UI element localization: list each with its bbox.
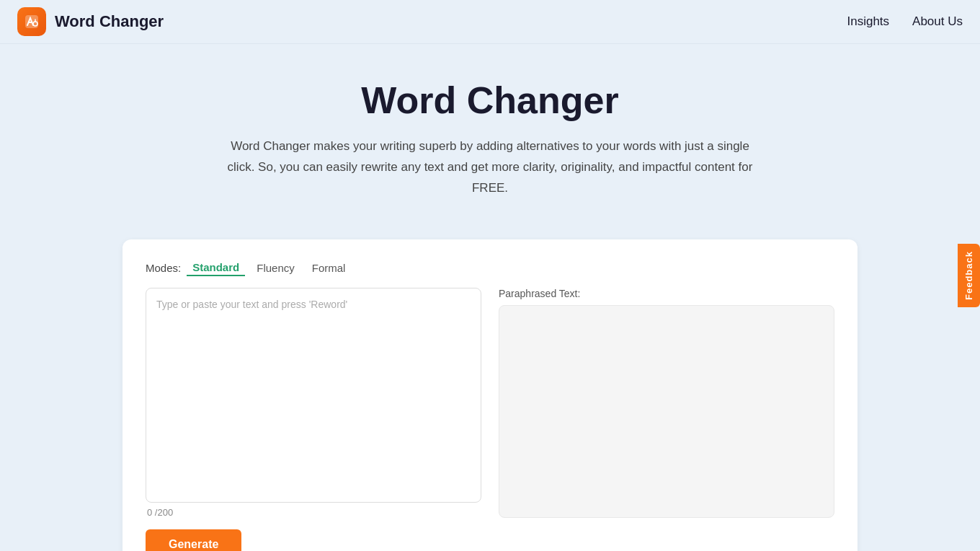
word-count: 0 /200 bbox=[146, 507, 481, 518]
text-areas-row: 0 /200 Paraphrased Text: bbox=[146, 288, 834, 518]
nav-insights[interactable]: Insights bbox=[847, 14, 889, 29]
header-left: Word Changer bbox=[17, 7, 164, 36]
nav-about-us[interactable]: About Us bbox=[912, 14, 963, 29]
feedback-tab[interactable]: Feedback bbox=[958, 244, 980, 307]
logo-icon bbox=[17, 7, 46, 36]
header-nav: Insights About Us bbox=[847, 14, 963, 29]
feedback-tab-wrapper[interactable]: Feedback bbox=[958, 244, 980, 307]
brand-name: Word Changer bbox=[55, 12, 164, 31]
mode-fluency[interactable]: Fluency bbox=[251, 260, 300, 276]
tool-card: Modes: Standard Fluency Formal 0 /200 Pa… bbox=[122, 239, 858, 551]
input-section: 0 /200 bbox=[146, 288, 481, 518]
output-label: Paraphrased Text: bbox=[499, 288, 834, 299]
generate-button[interactable]: Generate bbox=[146, 529, 241, 551]
mode-formal[interactable]: Formal bbox=[306, 260, 352, 276]
hero-title: Word Changer bbox=[14, 79, 966, 122]
hero-section: Word Changer Word Changer makes your wri… bbox=[0, 44, 980, 222]
output-box bbox=[499, 305, 834, 518]
hero-subtitle: Word Changer makes your writing superb b… bbox=[216, 136, 764, 199]
modes-label: Modes: bbox=[146, 262, 181, 274]
output-section: Paraphrased Text: bbox=[499, 288, 834, 518]
mode-standard[interactable]: Standard bbox=[187, 260, 245, 276]
modes-row: Modes: Standard Fluency Formal bbox=[146, 260, 834, 276]
header: Word Changer Insights About Us bbox=[0, 0, 980, 44]
input-textarea[interactable] bbox=[146, 288, 481, 503]
